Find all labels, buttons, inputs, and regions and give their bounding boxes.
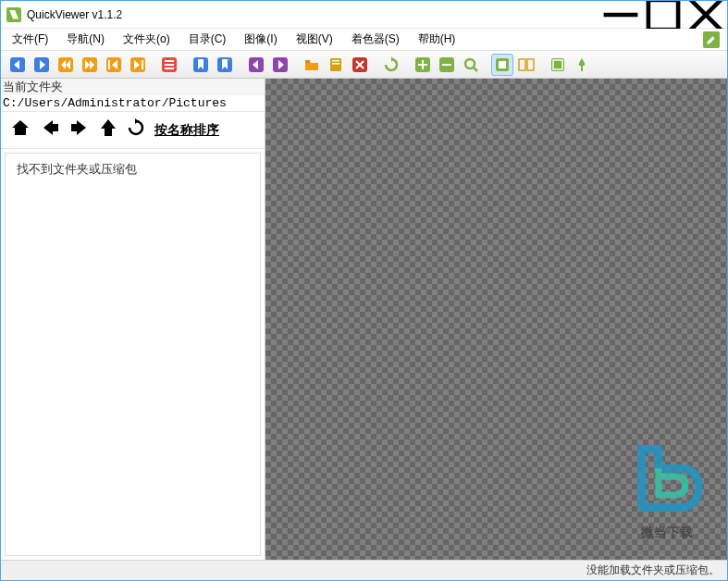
fast-back-button[interactable] [55, 54, 77, 76]
svg-rect-11 [142, 60, 143, 69]
pin-button[interactable] [571, 54, 593, 76]
export-button[interactable] [214, 54, 236, 76]
empty-message: 找不到文件夹或压缩包 [17, 161, 249, 178]
delete-button[interactable] [349, 54, 371, 76]
watermark: 微当下载 [625, 437, 709, 541]
svg-rect-14 [165, 64, 174, 66]
svg-rect-29 [418, 64, 427, 66]
statusbar: 没能加载文件夹或压缩包。 [1, 560, 727, 580]
fullscreen-button[interactable] [547, 54, 569, 76]
svg-point-32 [465, 59, 475, 68]
edit-icon[interactable] [703, 31, 720, 48]
svg-rect-35 [499, 61, 506, 68]
home-icon[interactable] [10, 118, 31, 142]
svg-rect-15 [165, 68, 174, 69]
spread-view-button[interactable] [515, 54, 537, 76]
svg-rect-20 [305, 60, 310, 63]
watermark-text: 微当下载 [625, 525, 709, 541]
folder-path: C:/Users/Administrator/Pictures [1, 95, 265, 112]
svg-line-33 [474, 68, 477, 71]
forward-icon[interactable] [69, 118, 90, 142]
next-page-button[interactable] [31, 54, 53, 76]
menubar: 文件(F) 导航(N) 文件夹(o) 目录(C) 图像(I) 视图(V) 着色器… [1, 29, 727, 51]
svg-rect-36 [519, 59, 525, 70]
image-viewport[interactable]: 微当下载 [265, 79, 727, 560]
svg-rect-37 [527, 59, 534, 70]
svg-rect-22 [332, 60, 339, 62]
prev-image-button[interactable] [245, 54, 267, 76]
menu-folder[interactable]: 文件夹(o) [116, 30, 178, 49]
fast-forward-button[interactable] [79, 54, 101, 76]
fit-window-button[interactable] [491, 54, 513, 76]
minimize-button[interactable] [599, 1, 642, 29]
app-icon [6, 7, 21, 22]
next-image-button[interactable] [269, 54, 291, 76]
svg-rect-13 [165, 60, 174, 62]
window-title: QuickViewer v1.1.2 [27, 8, 122, 21]
bookmark-button[interactable] [190, 54, 212, 76]
sidebar: 当前文件夹 C:/Users/Administrator/Pictures 按名… [1, 79, 265, 560]
menu-image[interactable]: 图像(I) [237, 30, 284, 49]
menu-catalog[interactable]: 目录(C) [181, 30, 234, 49]
zoom-search-button[interactable] [460, 54, 482, 76]
current-folder-label: 当前文件夹 [1, 79, 265, 95]
svg-rect-1 [648, 0, 678, 30]
last-page-button[interactable] [127, 54, 149, 76]
svg-rect-31 [442, 64, 451, 66]
svg-rect-9 [108, 60, 110, 69]
up-icon[interactable] [99, 117, 117, 142]
zoom-in-button[interactable] [412, 54, 434, 76]
menu-view[interactable]: 视图(V) [289, 30, 340, 49]
titlebar: QuickViewer v1.1.2 [1, 1, 727, 29]
menu-help[interactable]: 帮助(H) [411, 30, 463, 49]
file-list: 找不到文件夹或压缩包 [5, 153, 261, 556]
refresh-button[interactable] [380, 54, 402, 76]
folder-navbar: 按名称排序 [1, 112, 265, 149]
prev-page-button[interactable] [6, 54, 29, 76]
menu-nav[interactable]: 导航(N) [59, 30, 112, 49]
close-button[interactable] [685, 1, 727, 29]
toolbar [1, 51, 727, 79]
folder-open-button[interactable] [301, 54, 323, 76]
watermark-logo-icon [625, 437, 709, 520]
book-button[interactable] [325, 54, 347, 76]
reload-icon[interactable] [127, 118, 145, 142]
sort-button[interactable]: 按名称排序 [154, 122, 219, 139]
status-message: 没能加载文件夹或压缩包。 [586, 562, 720, 578]
menu-file[interactable]: 文件(F) [5, 30, 56, 49]
svg-rect-23 [332, 63, 339, 65]
maximize-button[interactable] [642, 1, 685, 29]
first-page-button[interactable] [103, 54, 125, 76]
zoom-out-button[interactable] [436, 54, 458, 76]
list-button[interactable] [158, 54, 180, 76]
content-area: 当前文件夹 C:/Users/Administrator/Pictures 按名… [1, 79, 727, 560]
menu-shader[interactable]: 着色器(S) [344, 30, 407, 49]
back-icon[interactable] [40, 118, 60, 142]
